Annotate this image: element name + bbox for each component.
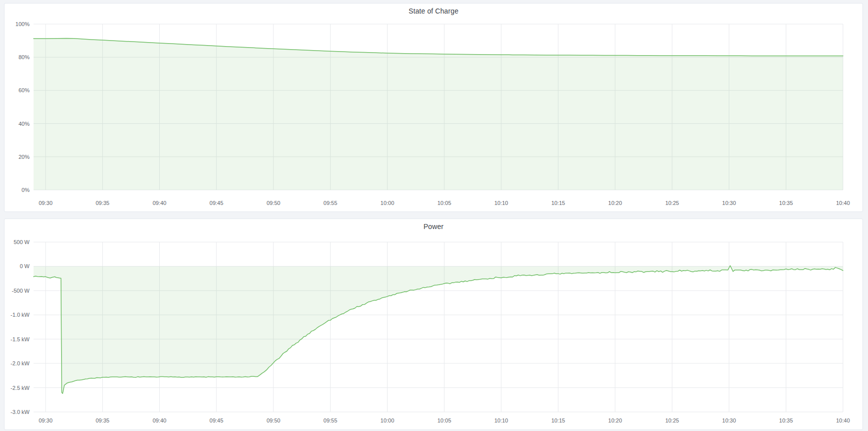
x-tick-label: 09:35 <box>96 417 110 423</box>
y-tick-label: -500 W <box>12 288 30 294</box>
y-tick-label: 80% <box>19 54 30 60</box>
x-tick-label: 09:55 <box>324 200 338 206</box>
state-of-charge-chart[interactable]: 100%80%60%40%20%0%09:3009:3509:4009:4509… <box>5 4 862 210</box>
x-tick-label: 09:50 <box>266 200 280 206</box>
y-tick-label: 20% <box>19 154 30 160</box>
x-tick-label: 09:35 <box>96 200 110 206</box>
x-tick-label: 10:20 <box>608 417 622 423</box>
x-tick-label: 10:15 <box>551 200 565 206</box>
x-tick-label: 10:00 <box>381 417 395 423</box>
x-tick-label: 09:30 <box>39 200 53 206</box>
y-tick-label: -3.0 kW <box>11 409 30 415</box>
panel-power: Power 500 W0 W-500 W-1.0 kW-1.5 kW-2.0 k… <box>4 219 863 430</box>
x-tick-label: 09:50 <box>266 417 280 423</box>
y-tick-label: 40% <box>19 121 30 127</box>
x-tick-label: 10:20 <box>608 200 622 206</box>
y-tick-label: -2.0 kW <box>11 360 30 366</box>
x-tick-label: 10:15 <box>551 417 565 423</box>
y-tick-label: 500 W <box>14 239 30 245</box>
y-tick-label: 60% <box>19 87 30 93</box>
y-tick-label: 0 W <box>20 263 30 269</box>
x-tick-label: 09:40 <box>153 200 167 206</box>
x-tick-label: 10:10 <box>494 417 508 423</box>
x-tick-label: 10:00 <box>381 200 395 206</box>
x-tick-label: 10:25 <box>665 417 679 423</box>
x-tick-label: 10:30 <box>722 200 736 206</box>
x-tick-label: 10:40 <box>836 200 850 206</box>
x-tick-label: 10:10 <box>494 200 508 206</box>
x-tick-label: 09:30 <box>39 417 53 423</box>
x-tick-label: 10:35 <box>779 417 793 423</box>
y-tick-label: 0% <box>22 187 30 193</box>
x-tick-label: 09:45 <box>209 417 223 423</box>
y-tick-label: -1.0 kW <box>11 312 30 318</box>
x-tick-label: 10:05 <box>437 417 451 423</box>
x-tick-label: 09:45 <box>209 200 223 206</box>
power-chart[interactable]: 500 W0 W-500 W-1.0 kW-1.5 kW-2.0 kW-2.5 … <box>5 219 862 428</box>
x-tick-label: 10:30 <box>722 417 736 423</box>
state-of-charge-series-fill <box>34 39 843 190</box>
x-tick-label: 09:40 <box>153 417 167 423</box>
x-tick-label: 09:55 <box>324 417 338 423</box>
x-tick-label: 10:35 <box>779 200 793 206</box>
x-tick-label: 10:25 <box>665 200 679 206</box>
y-tick-label: 100% <box>16 21 30 27</box>
y-tick-label: -1.5 kW <box>11 336 30 342</box>
y-tick-label: -2.5 kW <box>11 385 30 391</box>
panel-state-of-charge: State of Charge 100%80%60%40%20%0%09:300… <box>4 3 863 212</box>
x-tick-label: 10:40 <box>836 417 850 423</box>
x-tick-label: 10:05 <box>437 200 451 206</box>
